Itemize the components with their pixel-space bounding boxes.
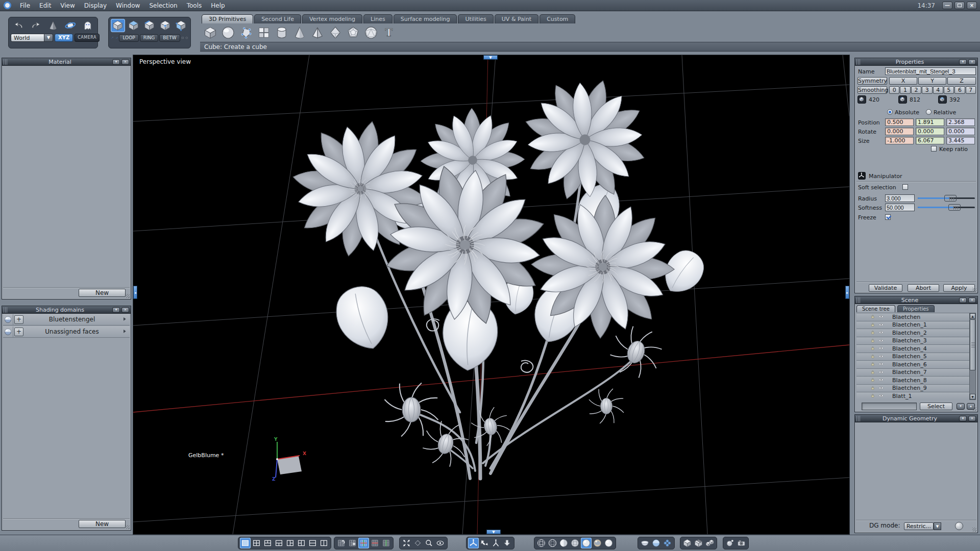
look-at-icon[interactable] [435, 538, 446, 548]
panel-menu-button[interactable]: ▾ [112, 307, 120, 313]
layout-quad-icon[interactable] [251, 538, 262, 548]
pyramid-icon[interactable] [309, 25, 325, 41]
close-button[interactable]: × [967, 2, 977, 9]
minimize-button[interactable]: — [942, 2, 952, 9]
scene-tree-item[interactable]: Blaetchen_8 [856, 377, 969, 385]
flat-shade-icon[interactable] [558, 538, 569, 548]
circle-marquee-icon[interactable] [185, 34, 188, 42]
absolute-radio[interactable] [887, 109, 893, 115]
clay-icon[interactable] [603, 538, 614, 548]
size-z-field[interactable]: 3.445 [946, 137, 975, 144]
collapse-top-handle[interactable]: ▼ [483, 55, 498, 60]
grid-x-icon[interactable] [370, 538, 380, 548]
lock-icon[interactable] [870, 338, 876, 344]
eye-icon[interactable] [878, 330, 885, 336]
flower-model[interactable] [280, 55, 710, 479]
eye-icon[interactable] [878, 377, 885, 383]
grid-z-icon[interactable] [381, 538, 391, 548]
relative-radio[interactable] [926, 109, 932, 115]
multi-box-icon[interactable] [704, 538, 715, 548]
wireframe-icon[interactable] [536, 538, 547, 548]
panel-close-button[interactable]: × [968, 297, 976, 303]
smooth-shade-icon[interactable] [581, 538, 592, 548]
chevron-down-icon[interactable]: ▼ [934, 522, 941, 530]
manipulator-rotate-icon[interactable] [491, 538, 501, 548]
grid-lock-icon[interactable] [347, 538, 358, 548]
tab-custom[interactable]: Custom [540, 14, 575, 23]
shaded-wire-icon[interactable] [570, 538, 580, 548]
between-select-button[interactable]: BETW [159, 34, 180, 42]
grid-plane-icon[interactable] [256, 25, 272, 41]
open-box-icon[interactable] [693, 538, 704, 548]
undo-icon[interactable] [11, 19, 27, 32]
eye-icon[interactable] [878, 369, 885, 375]
drag-grip-icon[interactable] [856, 59, 861, 65]
tab-scene-properties[interactable]: Properties [897, 305, 935, 312]
soft-selection-checkbox[interactable] [902, 184, 908, 190]
grid-xyz-icon[interactable] [358, 538, 369, 548]
smoothing-level-7[interactable]: 7 [966, 86, 976, 94]
keep-ratio-checkbox[interactable] [931, 146, 937, 152]
drag-grip-icon[interactable] [856, 297, 861, 303]
scene-tree-item[interactable]: Blaetchen_4 [856, 345, 969, 353]
dg-panel-titlebar[interactable]: Dynamic Geometry ▾ × [855, 415, 977, 422]
abort-button[interactable]: Abort [908, 284, 939, 292]
eye-icon[interactable] [878, 345, 885, 352]
rotate-x-field[interactable]: 0.000 [885, 128, 914, 135]
fit-view-icon[interactable] [401, 538, 412, 548]
scroll-down-button[interactable]: ▼ [970, 394, 975, 399]
diamond-icon[interactable] [327, 25, 343, 41]
menu-display[interactable]: Display [80, 1, 111, 11]
lock-icon[interactable] [870, 345, 876, 352]
shading-domain-row[interactable]: +Unassigned faces [3, 326, 130, 338]
menu-selection[interactable]: Selection [144, 1, 182, 11]
shading-panel-titlebar[interactable]: Shading domains ▾ × [2, 306, 131, 314]
eye-icon[interactable] [878, 361, 885, 367]
dg-preview-sphere-icon[interactable] [955, 522, 963, 530]
lock-icon[interactable] [870, 322, 876, 328]
radius-input[interactable] [885, 194, 915, 202]
add-shading-button[interactable]: + [14, 315, 23, 324]
scroll-up-button[interactable]: ▲ [970, 313, 975, 319]
validate-button[interactable]: Validate [869, 284, 902, 292]
size-x-field[interactable]: -1.000 [885, 137, 914, 144]
layout-single-icon[interactable] [240, 538, 251, 548]
xyz-toggle-button[interactable]: XYZ [55, 34, 73, 42]
material-sphere-icon[interactable] [3, 327, 13, 337]
tab-3d-primitives[interactable]: 3D Primitives [202, 14, 253, 23]
layout-h-split-icon[interactable] [307, 538, 318, 548]
scene-tree-item[interactable]: Blaetchen_3 [856, 337, 969, 345]
scene-filter-input[interactable] [862, 403, 917, 410]
grid-hook-icon[interactable] [336, 538, 347, 548]
eye-icon[interactable] [878, 385, 885, 391]
scene-tree-item[interactable]: Blaetchen [856, 313, 969, 321]
smoothing-level-1[interactable]: 1 [900, 86, 910, 94]
menu-help[interactable]: Help [206, 1, 229, 11]
add-shading-button[interactable]: + [14, 328, 23, 336]
collapse-bottom-handle[interactable]: ▼ [486, 530, 501, 534]
tab-second-life[interactable]: Second Life [254, 14, 301, 23]
pick-cone-icon[interactable] [45, 19, 61, 32]
chevron-down-icon[interactable]: ▼ [44, 34, 53, 42]
panel-close-button[interactable]: × [121, 59, 129, 65]
tab-vertex-modeling[interactable]: Vertex modeling [302, 14, 362, 23]
scene-tree-item[interactable]: Blaetchen_7 [856, 369, 969, 377]
tab-uv-paint[interactable]: UV & Paint [495, 14, 538, 23]
material-new-button[interactable]: New [79, 289, 126, 297]
manipulator-drop-icon[interactable] [502, 538, 512, 548]
scene-tree-item[interactable]: Blaetchen_1 [856, 321, 969, 330]
material-sphere-icon[interactable] [3, 314, 13, 325]
layout-top-split-icon[interactable] [262, 538, 273, 548]
ring-select-button[interactable]: RING [140, 34, 159, 42]
dg-mode-value[interactable]: Restric... [904, 522, 934, 530]
lock-icon[interactable] [870, 354, 876, 360]
symmetry-button[interactable]: Symmetry [857, 77, 887, 85]
ghost-bowl-icon[interactable] [640, 538, 650, 548]
zoom-view-icon[interactable] [424, 538, 434, 548]
tab-scene-tree[interactable]: Scene tree [856, 305, 895, 312]
panel-close-button[interactable]: × [121, 307, 129, 313]
expand-arrow-icon[interactable] [120, 328, 130, 335]
drag-grip-icon[interactable] [4, 307, 8, 313]
tab-surface-modeling[interactable]: Surface modeling [394, 14, 457, 23]
maximize-button[interactable] [954, 2, 965, 9]
